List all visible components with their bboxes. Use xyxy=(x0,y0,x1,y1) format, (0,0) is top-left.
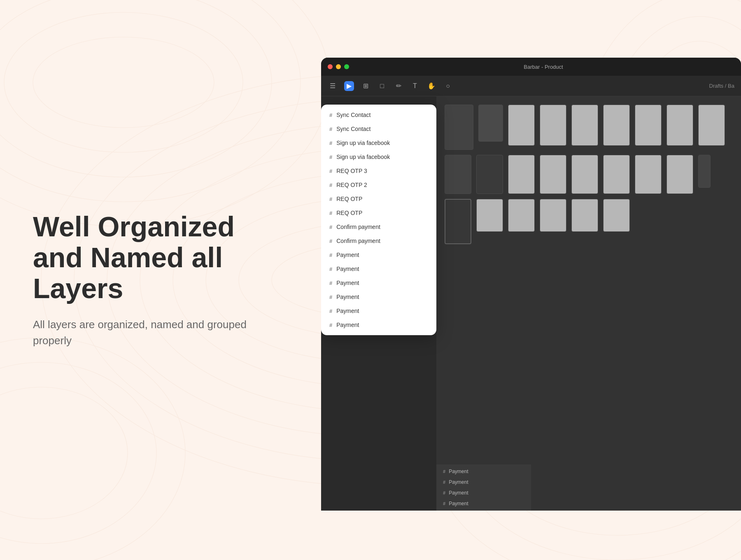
layer-item-9[interactable]: #Confirm payment xyxy=(321,234,436,248)
sub-layer-hash-icon-3: # xyxy=(443,501,445,506)
sub-layer-hash-icon-1: # xyxy=(443,480,445,485)
mini-frame-21 xyxy=(508,199,535,232)
sub-layer-name-3: Payment xyxy=(449,501,468,506)
layer-item-3[interactable]: #Sign up via facebook xyxy=(321,150,436,164)
titlebar-title: Barbar - Product xyxy=(352,64,734,70)
layer-item-12[interactable]: #Payment xyxy=(321,276,436,290)
layer-name-0: Sync Contact xyxy=(336,112,370,118)
layer-item-14[interactable]: #Payment xyxy=(321,304,436,318)
layer-item-4[interactable]: #REQ OTP 3 xyxy=(321,164,436,178)
layer-name-12: Payment xyxy=(336,280,359,286)
layer-hash-icon-0: # xyxy=(329,112,332,118)
layer-name-4: REQ OTP 3 xyxy=(336,168,367,174)
layer-item-0[interactable]: #Sync Contact xyxy=(321,108,436,122)
mini-frame-15 xyxy=(603,155,630,194)
layer-hash-icon-3: # xyxy=(329,154,332,160)
layer-item-8[interactable]: #Confirm payment xyxy=(321,220,436,234)
layer-name-10: Payment xyxy=(336,252,359,258)
mini-frame-8 xyxy=(666,105,693,146)
layer-name-6: REQ OTP xyxy=(336,196,362,202)
text-icon[interactable]: T xyxy=(410,81,420,91)
mini-frame-3 xyxy=(508,105,535,146)
mini-frame-7 xyxy=(635,105,662,146)
frame-icon[interactable]: ⊞ xyxy=(361,81,370,91)
hand-icon[interactable]: ✋ xyxy=(426,81,436,91)
layer-name-11: Payment xyxy=(336,266,359,272)
layer-item-6[interactable]: #REQ OTP xyxy=(321,192,436,206)
pen-icon[interactable]: ✏ xyxy=(394,81,403,91)
layer-hash-icon-9: # xyxy=(329,238,332,244)
mini-frame-1 xyxy=(445,105,473,150)
mini-frame-16 xyxy=(635,155,662,194)
cursor-icon[interactable]: ▶ xyxy=(344,81,354,91)
svg-point-21 xyxy=(0,362,156,544)
app-window: Barbar - Product ☰ ▶ ⊞ □ ✏ T ✋ ○ Drafts … xyxy=(321,58,741,511)
canvas-frames xyxy=(445,105,733,244)
layer-hash-icon-12: # xyxy=(329,280,332,286)
mini-frame-2 xyxy=(478,105,503,142)
layer-name-1: Sync Contact xyxy=(336,126,370,132)
sub-layer-name-0: Payment xyxy=(449,469,468,474)
layer-hash-icon-4: # xyxy=(329,168,332,174)
titlebar-dot-green[interactable] xyxy=(344,64,349,69)
layer-item-7[interactable]: #REQ OTP xyxy=(321,206,436,220)
layer-item-10[interactable]: #Payment xyxy=(321,248,436,262)
mini-frame-22 xyxy=(540,199,566,232)
titlebar-dot-yellow[interactable] xyxy=(336,64,341,69)
mini-frame-24 xyxy=(603,199,630,232)
toolbar-breadcrumb: Drafts / Ba xyxy=(709,83,734,89)
sub-layer-item-3[interactable]: #Payment xyxy=(436,498,531,509)
left-content-area: Well Organized and Named all Layers All … xyxy=(33,211,263,349)
sub-layer-name-1: Payment xyxy=(449,479,468,485)
sub-layer-item-2[interactable]: #Payment xyxy=(436,488,531,498)
layer-hash-icon-6: # xyxy=(329,196,332,202)
mini-frame-12 xyxy=(508,155,535,194)
layer-name-5: REQ OTP 2 xyxy=(336,182,367,188)
mini-frame-11 xyxy=(476,155,503,194)
mini-frame-5 xyxy=(571,105,598,146)
mini-frame-19 xyxy=(445,199,471,244)
layer-item-1[interactable]: #Sync Contact xyxy=(321,122,436,136)
layer-hash-icon-2: # xyxy=(329,140,332,146)
layer-hash-icon-8: # xyxy=(329,224,332,230)
mini-frame-9 xyxy=(698,105,725,146)
sub-layer-item-1[interactable]: #Payment xyxy=(436,477,531,488)
svg-point-8 xyxy=(0,0,329,226)
mini-frame-10 xyxy=(445,155,471,194)
menu-icon[interactable]: ☰ xyxy=(328,81,338,91)
layer-hash-icon-15: # xyxy=(329,322,332,328)
layer-name-9: Confirm payment xyxy=(336,238,380,244)
svg-point-11 xyxy=(4,12,243,152)
layer-hash-icon-5: # xyxy=(329,182,332,188)
mini-frame-14 xyxy=(571,155,598,194)
app-toolbar: ☰ ▶ ⊞ □ ✏ T ✋ ○ Drafts / Ba xyxy=(321,76,741,96)
mini-frame-23 xyxy=(571,199,598,232)
sub-layer-hash-icon-0: # xyxy=(443,469,445,474)
layer-hash-icon-10: # xyxy=(329,252,332,258)
svg-point-10 xyxy=(0,0,272,177)
svg-point-9 xyxy=(0,0,301,202)
layer-name-14: Payment xyxy=(336,308,359,314)
layer-item-15[interactable]: #Payment xyxy=(321,318,436,332)
svg-point-22 xyxy=(0,387,128,519)
shape-icon[interactable]: □ xyxy=(377,81,387,91)
layer-item-5[interactable]: #REQ OTP 2 xyxy=(321,178,436,192)
layer-hash-icon-14: # xyxy=(329,308,332,314)
mini-frame-18 xyxy=(698,155,711,188)
main-heading: Well Organized and Named all Layers xyxy=(33,211,263,303)
layer-item-11[interactable]: #Payment xyxy=(321,262,436,276)
mini-frame-20 xyxy=(476,199,503,232)
layer-hash-icon-13: # xyxy=(329,294,332,300)
sub-layer-item-0[interactable]: #Payment xyxy=(436,466,531,477)
sub-layer-hash-icon-2: # xyxy=(443,490,445,495)
layer-item-13[interactable]: #Payment xyxy=(321,290,436,304)
comment-icon[interactable]: ○ xyxy=(443,81,453,91)
layer-item-2[interactable]: #Sign up via facebook xyxy=(321,136,436,150)
layer-hash-icon-7: # xyxy=(329,210,332,216)
svg-point-20 xyxy=(0,338,185,560)
mini-frame-13 xyxy=(540,155,566,194)
layer-name-3: Sign up via facebook xyxy=(336,154,390,160)
layer-hash-icon-1: # xyxy=(329,126,332,132)
canvas-area: #Payment#Payment#Payment#Payment xyxy=(436,96,741,511)
titlebar-dot-red[interactable] xyxy=(328,64,333,69)
